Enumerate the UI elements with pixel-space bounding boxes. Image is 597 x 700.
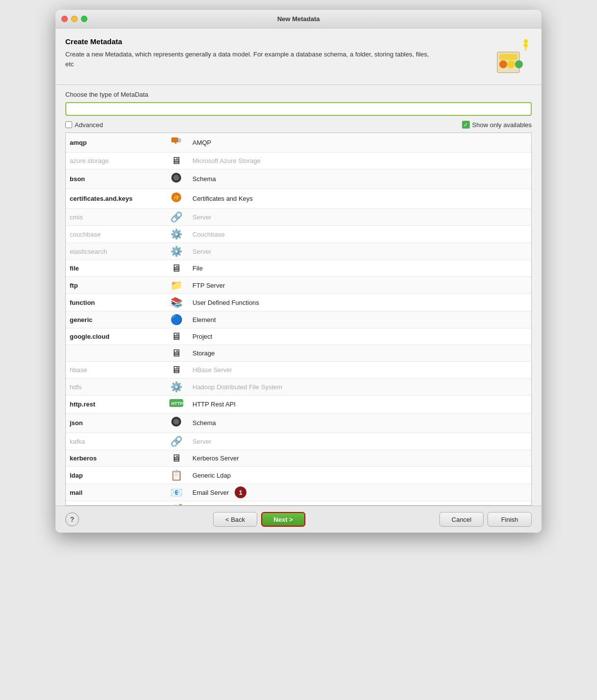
svg-text:🔐: 🔐 bbox=[173, 194, 180, 201]
row-icon: 📋 bbox=[164, 467, 189, 484]
row-desc: Server bbox=[189, 433, 531, 450]
row-desc: Email Server 1 bbox=[189, 484, 531, 501]
row-desc: Hadoop Distributed File System bbox=[189, 378, 531, 396]
row-name: http.rest bbox=[66, 396, 164, 413]
row-icon: 📧 bbox=[164, 484, 189, 501]
advanced-checkbox-label[interactable]: Advanced bbox=[65, 121, 103, 129]
row-desc: Storage bbox=[189, 345, 531, 362]
row-name: hbase bbox=[66, 362, 164, 378]
row-desc: AMQP bbox=[189, 133, 531, 153]
row-icon: 📚 bbox=[164, 294, 189, 311]
row-desc: Certificates and Keys bbox=[189, 189, 531, 209]
row-icon: HTTP bbox=[164, 396, 189, 413]
search-input[interactable] bbox=[65, 102, 532, 116]
show-available-option[interactable]: ✓ Show only availables bbox=[462, 121, 532, 129]
table-row[interactable]: 🖥Storage bbox=[66, 345, 531, 362]
row-desc: Schema bbox=[189, 169, 531, 189]
svg-rect-10 bbox=[175, 138, 181, 142]
row-name: elasticsearch bbox=[66, 243, 164, 260]
row-name: google.cloud bbox=[66, 328, 164, 345]
page-description: Create a new Metadata, which represents … bbox=[65, 50, 434, 69]
advanced-label: Advanced bbox=[75, 121, 103, 129]
row-icon: 🖥 bbox=[164, 345, 189, 362]
row-desc: Generic Ldap bbox=[189, 467, 531, 484]
table-row[interactable]: kerberos🖥Kerberos Server bbox=[66, 450, 531, 467]
table-row[interactable]: cmis🔗Server bbox=[66, 209, 531, 226]
row-desc: User Defined Functions bbox=[189, 294, 531, 311]
row-name: generic bbox=[66, 311, 164, 328]
row-desc: Kerberos Server bbox=[189, 450, 531, 467]
table-row[interactable]: hdfs⚙️Hadoop Distributed File System bbox=[66, 378, 531, 396]
row-icon: 🔵 bbox=[164, 311, 189, 328]
row-icon bbox=[164, 413, 189, 433]
metadata-type-table[interactable]: amqpAMQPazure.storage🖥Microsoft Azure St… bbox=[65, 133, 532, 506]
show-available-checkbox[interactable]: ✓ bbox=[462, 121, 470, 129]
advanced-checkbox[interactable] bbox=[65, 121, 72, 128]
table-row[interactable]: amqpAMQP bbox=[66, 133, 531, 153]
table-row[interactable]: jsonSchema bbox=[66, 413, 531, 433]
row-name: hdfs bbox=[66, 378, 164, 396]
table-row[interactable]: elasticsearch⚙️Server bbox=[66, 243, 531, 260]
table-row[interactable]: kafka🔗Server bbox=[66, 433, 531, 450]
table-row[interactable]: mail📧Email Server 1 bbox=[66, 484, 531, 501]
row-desc: Server bbox=[189, 243, 531, 260]
row-name: file bbox=[66, 260, 164, 277]
content-area: Create Metadata Create a new Metadata, w… bbox=[55, 28, 542, 506]
table-row[interactable]: file🖥File bbox=[66, 260, 531, 277]
row-desc: Schema bbox=[189, 413, 531, 433]
row-icon: 🖥 bbox=[164, 260, 189, 277]
row-icon: 🖥 bbox=[164, 328, 189, 345]
main-window: New Metadata Create Metadata Create a ne… bbox=[55, 10, 542, 533]
header-section: Create Metadata Create a new Metadata, w… bbox=[65, 37, 532, 77]
table-row[interactable]: google.cloud🖥Project bbox=[66, 328, 531, 345]
table-row[interactable]: couchbase⚙️Couchbase bbox=[66, 226, 531, 243]
table-row[interactable]: azure.storage🖥Microsoft Azure Storage bbox=[66, 153, 531, 169]
row-icon bbox=[164, 169, 189, 189]
table-row[interactable]: ftp📁FTP Server bbox=[66, 277, 531, 294]
row-icon bbox=[164, 133, 189, 153]
svg-point-3 bbox=[507, 60, 515, 68]
help-button[interactable]: ? bbox=[65, 512, 79, 526]
minimize-button[interactable] bbox=[71, 16, 78, 22]
row-icon: ⚙️ bbox=[164, 226, 189, 243]
window-controls[interactable] bbox=[61, 16, 87, 22]
back-button[interactable]: < Back bbox=[213, 512, 257, 527]
footer-left: ? bbox=[65, 512, 79, 526]
row-name: bson bbox=[66, 169, 164, 189]
row-name: kafka bbox=[66, 433, 164, 450]
row-name: certificates.and.keys bbox=[66, 189, 164, 209]
row-name bbox=[66, 345, 164, 362]
svg-point-18 bbox=[173, 419, 179, 425]
row-icon: 🔗 bbox=[164, 209, 189, 226]
row-name: mail bbox=[66, 484, 164, 501]
footer: ? < Back Next > Cancel Finish bbox=[55, 506, 542, 533]
next-button[interactable]: Next > bbox=[261, 512, 305, 527]
svg-marker-9 bbox=[174, 142, 176, 144]
row-icon: 📁 bbox=[164, 277, 189, 294]
table-row[interactable]: http.restHTTPHTTP Rest API bbox=[66, 396, 531, 413]
svg-point-12 bbox=[173, 175, 179, 181]
row-name: json bbox=[66, 413, 164, 433]
close-button[interactable] bbox=[61, 16, 68, 22]
row-icon: 🖥 bbox=[164, 362, 189, 378]
table-row[interactable]: bsonSchema bbox=[66, 169, 531, 189]
row-name: azure.storage bbox=[66, 153, 164, 169]
maximize-button[interactable] bbox=[81, 16, 87, 22]
table-row[interactable]: ldap📋Generic Ldap bbox=[66, 467, 531, 484]
table-row[interactable]: function📚User Defined Functions bbox=[66, 294, 531, 311]
row-desc: File bbox=[189, 260, 531, 277]
row-name: function bbox=[66, 294, 164, 311]
table-row[interactable]: hbase🖥HBase Server bbox=[66, 362, 531, 378]
section-label: Choose the type of MetaData bbox=[65, 91, 532, 98]
options-row: Advanced ✓ Show only availables bbox=[65, 121, 532, 129]
table-row[interactable]: mongodb🌿Server bbox=[66, 501, 531, 506]
svg-point-2 bbox=[499, 60, 507, 68]
window-title: New Metadata bbox=[277, 15, 320, 23]
cancel-button[interactable]: Cancel bbox=[439, 512, 484, 527]
row-desc: HTTP Rest API bbox=[189, 396, 531, 413]
table-row[interactable]: certificates.and.keys🔐Certificates and K… bbox=[66, 189, 531, 209]
finish-button[interactable]: Finish bbox=[488, 512, 532, 527]
row-name: amqp bbox=[66, 133, 164, 153]
table-row[interactable]: generic🔵Element bbox=[66, 311, 531, 328]
row-desc: Project bbox=[189, 328, 531, 345]
